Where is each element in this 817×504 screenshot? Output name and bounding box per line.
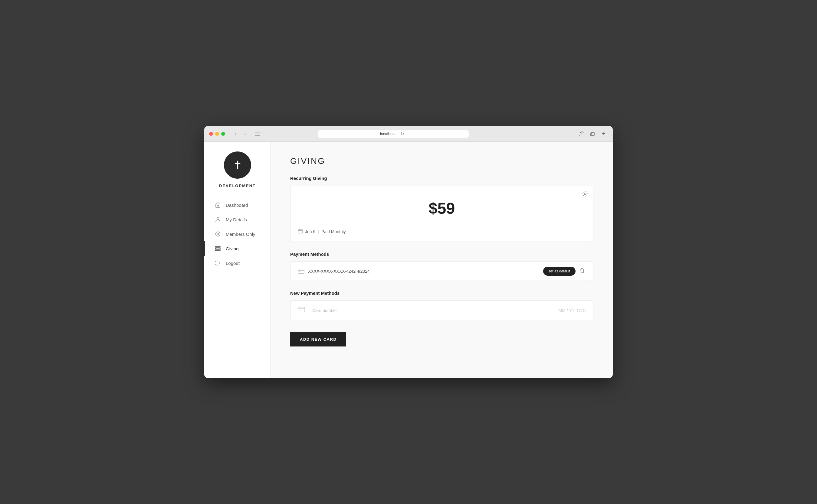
svg-point-4: [217, 218, 219, 220]
svg-rect-8: [216, 248, 220, 249]
org-name: DEVELOPMENT: [219, 184, 256, 188]
list-icon: [215, 245, 221, 252]
fullscreen-button[interactable]: [221, 132, 225, 136]
expiry-cvc-placeholder: MM / YY CVC: [558, 308, 586, 313]
sidebar-item-dashboard[interactable]: Dashboard: [204, 198, 271, 212]
svg-rect-13: [299, 272, 300, 272]
home-icon: [215, 202, 221, 208]
sidebar-toggle-button[interactable]: [253, 130, 262, 138]
add-new-card-button[interactable]: ADD NEW CARD: [290, 332, 346, 346]
card-number-input[interactable]: [312, 308, 551, 313]
gear-icon-button[interactable]: [582, 191, 588, 198]
svg-point-6: [217, 233, 219, 235]
sidebar-item-giving-label: Giving: [226, 246, 239, 251]
sidebar-item-logout-label: Logout: [226, 261, 240, 266]
card-info: XXXX-XXXX-XXXX-4242 4/2024: [298, 269, 370, 274]
duplicate-button[interactable]: [588, 130, 597, 138]
refresh-button[interactable]: ↻: [398, 130, 406, 138]
tag-icon: [215, 231, 221, 237]
svg-rect-3: [591, 132, 594, 135]
url-text: localhost: [380, 132, 395, 136]
recurring-frequency: Paid Monthly: [321, 229, 346, 234]
new-tab-button[interactable]: +: [599, 130, 608, 138]
nav-buttons: ‹ ›: [231, 130, 249, 138]
person-icon: [215, 216, 221, 223]
payment-method-card: XXXX-XXXX-XXXX-4242 4/2024 set as defaul…: [290, 262, 593, 281]
sidebar-item-logout[interactable]: Logout: [204, 256, 271, 270]
credit-card-icon: [298, 269, 304, 274]
divider: |: [318, 229, 319, 234]
recurring-section-title: Recurring Giving: [290, 176, 593, 181]
svg-rect-15: [299, 310, 301, 311]
main-content: GIVING Recurring Giving $59: [271, 142, 613, 378]
sidebar-item-my-details-label: My Details: [226, 217, 247, 222]
browser-actions: +: [578, 130, 608, 138]
svg-point-5: [216, 232, 220, 236]
sidebar-item-giving[interactable]: Giving: [204, 241, 271, 256]
giving-details: Jun 6 | Paid Monthly: [298, 226, 586, 234]
set-default-button[interactable]: set as default: [543, 267, 575, 276]
share-button[interactable]: [578, 130, 586, 138]
calendar-icon: [298, 229, 303, 234]
forward-button[interactable]: ›: [241, 130, 249, 138]
svg-point-10: [584, 193, 586, 195]
recurring-date: Jun 6: [305, 229, 315, 234]
svg-rect-1: [255, 134, 260, 134]
logout-icon: [215, 260, 221, 266]
app-layout: ✝ DEVELOPMENT Dashboard: [204, 142, 613, 378]
sidebar-item-dashboard-label: Dashboard: [226, 203, 248, 208]
page-title: GIVING: [290, 156, 593, 166]
sidebar-item-my-details[interactable]: My Details: [204, 212, 271, 227]
card-placeholder-icon: [298, 307, 305, 314]
payment-methods-section-title: Payment Methods: [290, 252, 593, 257]
address-bar[interactable]: localhost ↻: [318, 130, 469, 138]
svg-rect-7: [216, 246, 220, 247]
svg-rect-9: [216, 250, 220, 251]
new-payment-section-title: New Payment Methods: [290, 291, 593, 296]
card-number: XXXX-XXXX-XXXX-4242 4/2024: [308, 269, 370, 274]
svg-rect-11: [298, 229, 302, 233]
sidebar: ✝ DEVELOPMENT Dashboard: [204, 142, 271, 378]
browser-chrome: ‹ › localhost ↻: [204, 126, 613, 142]
svg-rect-0: [255, 132, 260, 132]
recurring-giving-card: $59 Jun 6 | Paid Monthly: [290, 186, 593, 242]
new-payment-card: MM / YY CVC: [290, 301, 593, 320]
logo-cross-icon: ✝: [233, 160, 242, 171]
traffic-lights: [209, 132, 225, 136]
sidebar-nav: Dashboard My Details: [204, 198, 271, 270]
logo: ✝: [224, 151, 251, 179]
close-button[interactable]: [209, 132, 213, 136]
payment-actions: set as default: [543, 267, 586, 276]
delete-card-button[interactable]: [578, 267, 586, 276]
svg-rect-14: [298, 307, 305, 312]
svg-rect-2: [255, 135, 260, 136]
minimize-button[interactable]: [215, 132, 219, 136]
back-button[interactable]: ‹: [231, 130, 240, 138]
svg-rect-12: [298, 269, 304, 273]
recurring-amount: $59: [298, 193, 586, 226]
sidebar-item-members-only[interactable]: Members Only: [204, 227, 271, 241]
sidebar-item-members-only-label: Members Only: [226, 232, 256, 237]
